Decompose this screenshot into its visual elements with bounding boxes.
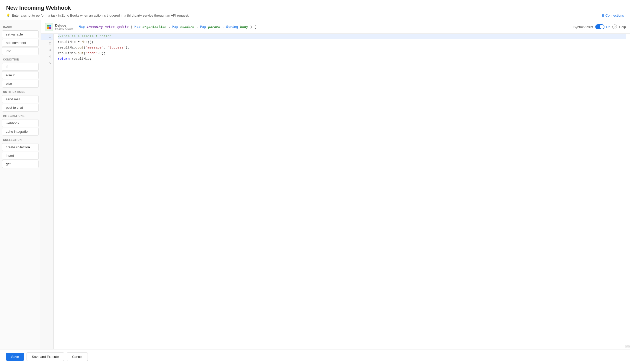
code-line-4: resultMap.put("code",0);: [58, 51, 626, 56]
sidebar-section-condition: CONDITION: [0, 56, 41, 62]
resize-handle[interactable]: ⊞: [625, 344, 629, 348]
deluge-logo-icon: [45, 23, 53, 31]
code-area: 12345 //This is a sample function.result…: [41, 34, 630, 349]
sidebar-item-set-variable[interactable]: set variable: [2, 30, 39, 38]
page-title: New Incoming Webhook: [6, 5, 624, 11]
line-number-2: 2: [41, 40, 53, 47]
line-number-1: 1: [41, 34, 53, 40]
svg-rect-0: [47, 25, 49, 27]
sidebar-item-post-to-chat[interactable]: post to chat: [2, 104, 39, 112]
syntax-assist-toggle[interactable]: [595, 24, 604, 29]
connections-grid-icon: ⊞: [601, 13, 604, 17]
svg-rect-3: [49, 27, 51, 29]
main-area: BASICset variableadd commentinfoCONDITIO…: [0, 20, 630, 349]
sidebar-section-integrations: INTEGRATIONS: [0, 112, 41, 119]
toggle-container[interactable]: On: [595, 24, 610, 29]
line-number-5: 5: [41, 60, 53, 67]
connections-link[interactable]: ⊞ Connections: [601, 13, 624, 17]
code-line-1: //This is a sample function.: [58, 34, 626, 39]
help-label: Help: [619, 25, 626, 29]
toggle-state-label: On: [606, 25, 610, 29]
logo-name: Deluge: [55, 23, 74, 28]
page-subtitle: 💡 Enter a script to perform a task in Zo…: [6, 14, 189, 17]
svg-rect-2: [47, 27, 49, 29]
sidebar-item-zoho-integration[interactable]: zoho integration: [2, 128, 39, 136]
sidebar-item-if[interactable]: if: [2, 63, 39, 71]
save-button[interactable]: Save: [6, 353, 24, 361]
line-number-3: 3: [41, 47, 53, 54]
sidebar-item-info[interactable]: info: [2, 47, 39, 55]
sidebar-item-get[interactable]: get: [2, 160, 39, 168]
function-signature: Map incoming_notes_update ( Map organiza…: [74, 25, 573, 29]
page-header: New Incoming Webhook 💡 Enter a script to…: [0, 0, 630, 20]
code-content[interactable]: //This is a sample function.resultMap = …: [54, 34, 630, 349]
logo-sub: by Zoho Creator: [55, 27, 74, 30]
help-icon[interactable]: ?: [612, 25, 617, 29]
sidebar-section-collection: COLLECTION: [0, 136, 41, 143]
editor-header: Deluge by Zoho Creator Map incoming_note…: [41, 20, 630, 34]
line-number-4: 4: [41, 54, 53, 60]
cancel-button[interactable]: Cancel: [67, 353, 88, 361]
sidebar-item-add-comment[interactable]: add comment: [2, 39, 39, 47]
sig-return-type: Map: [79, 25, 85, 29]
footer: Save Save and Execute Cancel: [0, 349, 630, 364]
code-line-5: return resultMap;: [58, 56, 626, 62]
code-line-3: resultMap.put("message", "Success");: [58, 45, 626, 51]
syntax-assist-panel: Syntax Assist On ? Help: [574, 24, 626, 29]
editor-container: Deluge by Zoho Creator Map incoming_note…: [41, 20, 630, 349]
sidebar-item-create-collection[interactable]: create collection: [2, 143, 39, 151]
sidebar-section-basic: BASIC: [0, 23, 41, 30]
line-numbers: 12345: [41, 34, 54, 349]
code-line-2: resultMap = Map();: [58, 39, 626, 45]
code-editor[interactable]: 12345 //This is a sample function.result…: [41, 34, 630, 349]
svg-rect-1: [49, 25, 51, 27]
save-and-execute-button[interactable]: Save and Execute: [27, 353, 64, 361]
sidebar-item-else[interactable]: else: [2, 80, 39, 88]
sidebar-item-webhook[interactable]: webhook: [2, 119, 39, 127]
sidebar-item-insert[interactable]: insert: [2, 152, 39, 160]
subtitle-icon: 💡: [6, 14, 10, 17]
sidebar: BASICset variableadd commentinfoCONDITIO…: [0, 20, 41, 349]
sidebar-section-notifications: NOTIFICATIONS: [0, 88, 41, 95]
editor-logo: Deluge by Zoho Creator: [45, 23, 74, 31]
sidebar-item-else-if[interactable]: else if: [2, 71, 39, 79]
sidebar-item-send-mail[interactable]: send mail: [2, 95, 39, 103]
syntax-assist-label: Syntax Assist: [574, 25, 593, 29]
sig-function-name: incoming_notes_update: [87, 25, 128, 29]
